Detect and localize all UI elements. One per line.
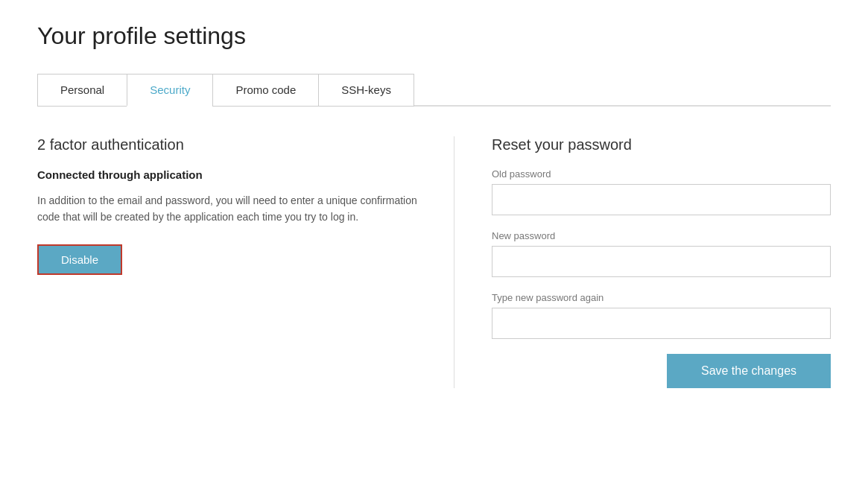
confirm-password-label: Type new password again (492, 292, 831, 303)
confirm-password-group: Type new password again (492, 292, 831, 339)
right-panel: Reset your password Old password New pas… (454, 136, 831, 388)
two-factor-title: 2 factor authentication (37, 136, 424, 153)
tabs-container: Personal Security Promo code SSH-keys (37, 72, 831, 107)
new-password-label: New password (492, 230, 831, 241)
old-password-group: Old password (492, 168, 831, 215)
tab-promo-code[interactable]: Promo code (212, 74, 319, 107)
new-password-input[interactable] (492, 246, 831, 277)
tab-security[interactable]: Security (127, 74, 213, 107)
old-password-input[interactable] (492, 184, 831, 215)
connected-label: Connected through application (37, 168, 424, 181)
tab-personal[interactable]: Personal (37, 74, 127, 107)
page-title: Your profile settings (37, 22, 831, 50)
old-password-label: Old password (492, 168, 831, 180)
confirm-password-input[interactable] (492, 308, 831, 339)
new-password-group: New password (492, 230, 831, 277)
content-area: 2 factor authentication Connected throug… (37, 136, 831, 388)
left-panel: 2 factor authentication Connected throug… (37, 136, 454, 388)
tab-ssh-keys[interactable]: SSH-keys (318, 74, 414, 107)
save-changes-button[interactable]: Save the changes (667, 354, 831, 388)
reset-password-title: Reset your password (492, 136, 831, 153)
description-text: In addition to the email and password, y… (37, 192, 424, 226)
disable-button[interactable]: Disable (37, 244, 122, 275)
